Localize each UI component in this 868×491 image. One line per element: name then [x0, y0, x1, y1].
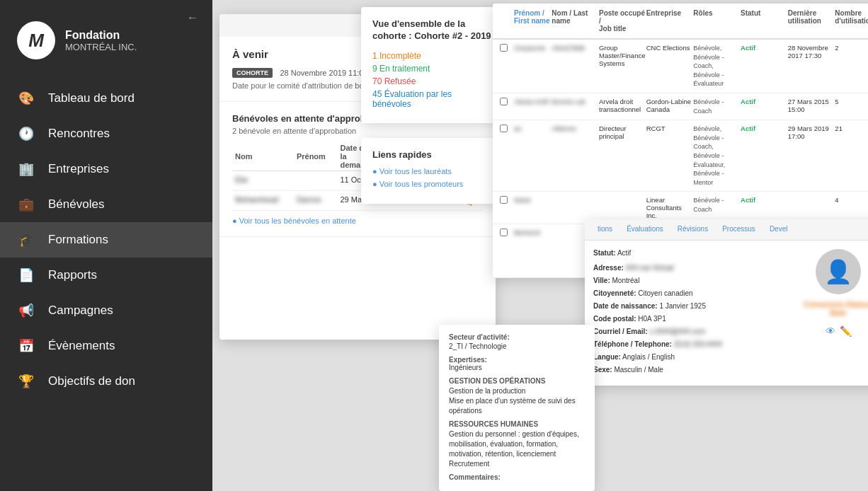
cell-nb: 2	[835, 44, 868, 52]
cell-check[interactable]	[500, 196, 514, 205]
sidebar: ← M Fondation MONTRÉAL INC. 🎨Tableau de …	[0, 0, 212, 491]
col-nom: Nom	[232, 142, 294, 171]
sidebar-item-evenements[interactable]: 📅Évènements	[0, 328, 212, 364]
tab-processus[interactable]: Processus	[715, 219, 763, 240]
cell-nom: Altienne	[552, 125, 599, 132]
stat-incomplete[interactable]: 1 Incomplète	[372, 51, 491, 61]
tab-tions[interactable]: tions	[590, 219, 619, 240]
statut-value: Actif	[617, 249, 631, 257]
col-prenom[interactable]: Prénom /First name	[514, 9, 552, 33]
logo-letter: M	[28, 30, 44, 52]
profile-field: Téléphone / Telephone: (514) 333-####	[593, 339, 787, 350]
expertise-label: Expertises:	[449, 356, 585, 364]
back-button[interactable]: ←	[187, 11, 198, 24]
col-poste: Poste occupé /Job title	[599, 9, 646, 33]
profile-right: 👤 Connexion-Status-Bale 👁 ✏️	[796, 249, 868, 377]
ops-text: Mise en place d'un système de suivi des …	[449, 396, 585, 416]
col-nom[interactable]: Nom / Lastname	[552, 9, 599, 33]
main-content: À venir COHORTE 28 Novembre 2019 11:00 D…	[212, 0, 868, 491]
cell-poste: Arvela droit transactionnel	[599, 98, 646, 113]
logo-line2: MONTRÉAL INC.	[65, 42, 137, 53]
cell-prenom: an	[514, 125, 552, 132]
vue-title: Vue d'ensemble de la cohorte : Cohorte #…	[372, 18, 491, 42]
ops-header: GESTION DES OPÉRATIONS	[449, 377, 585, 385]
rapports-label: Rapports	[48, 268, 97, 282]
cell-roles: Bénévole,Bénévole - Coach,Bénévole - Éva…	[693, 125, 741, 187]
logo-area: M Fondation MONTRÉAL INC.	[0, 0, 212, 81]
cell-poste: Directeur principal	[599, 125, 646, 140]
ops-text: Gestion du personnel : gestion d'équipes…	[449, 429, 585, 459]
cell-prenom: Greyaume	[514, 44, 552, 52]
sidebar-item-rencontres[interactable]: 🕐Rencontres	[0, 116, 212, 151]
table-row: an Altienne Directeur principal RCGT Bén…	[493, 120, 868, 192]
stat-evaluation[interactable]: 45 Évaluation par les bénévoles	[372, 89, 491, 109]
profile-name: Connexion-Status-Bale	[796, 300, 868, 317]
profile-field: Courriel / Email: c.####@###.com	[593, 326, 787, 337]
cell-check[interactable]	[500, 125, 514, 134]
lien-item[interactable]: ● Voir tous les lauréats	[372, 167, 491, 175]
cell-prenom: Alexia-GSR	[514, 98, 552, 105]
ops-header: RESSOURCES HUMAINES	[449, 420, 585, 428]
cell-prenom: Marie	[514, 196, 552, 204]
cell-check[interactable]	[500, 44, 514, 53]
profile-field: Langue: Anglais / English	[593, 352, 787, 362]
sidebar-item-campagnes[interactable]: 📢Campagnes	[0, 293, 212, 328]
stat-en-traitement[interactable]: 9 En traitement	[372, 64, 491, 74]
cell-poste: Group Master/Finance Systems	[599, 44, 646, 67]
objectifs-icon: 🏆	[17, 374, 35, 389]
cell-check[interactable]	[500, 98, 514, 107]
col-statut: Statut	[741, 9, 788, 33]
sidebar-item-entreprises[interactable]: 🏢Entreprises	[0, 151, 212, 187]
profile-body: Statut: Actif Adresse: ###-rue-VictualVi…	[585, 241, 868, 386]
cell-entreprise: Gordon-Labine Canada	[646, 98, 694, 113]
cell-roles: Bénévole -Coach	[693, 98, 741, 115]
lien-item[interactable]: ● Voir tous les promoteurs	[372, 180, 491, 188]
profile-card: tionsÉvaluationsRévisionsProcessusDevel …	[585, 219, 868, 386]
tab-évaluations[interactable]: Évaluations	[619, 219, 670, 240]
cell-check[interactable]	[500, 229, 514, 238]
cell-derniere: 29 Mars 2019 17:00	[788, 125, 835, 140]
stat-refusee[interactable]: 70 Refusée	[372, 76, 491, 86]
rapports-icon: 📄	[17, 267, 35, 283]
sector-card: Secteur d'activité: 2_TI / Technologie E…	[439, 325, 595, 491]
statut-label: Statut:	[593, 249, 616, 257]
sidebar-item-rapports[interactable]: 📄Rapports	[0, 258, 212, 293]
tab-révisions[interactable]: Révisions	[670, 219, 715, 240]
evenements-label: Évènements	[48, 339, 115, 353]
rencontres-icon: 🕐	[17, 126, 35, 141]
tableau-label: Tableau de bord	[48, 91, 135, 105]
profile-field: Code postal: H0A 3P1	[593, 313, 787, 324]
ops-header: Commentaires:	[449, 473, 585, 481]
cell-nom: Mohamhead	[232, 191, 294, 211]
cell-prenom: Bertrend	[514, 229, 552, 236]
profile-tabs: tionsÉvaluationsRévisionsProcessusDevel	[585, 219, 868, 241]
vue-ensemble-card: Vue d'ensemble de la cohorte : Cohorte #…	[361, 7, 503, 123]
col-derniere[interactable]: Dernièreutilisation	[788, 9, 835, 33]
cell-nb: 21	[835, 125, 868, 132]
voir-benevoles-link[interactable]: ● Voir tous les bénévoles en attente	[232, 216, 483, 225]
cell-nb: 5	[835, 98, 868, 105]
ops-text: Recrutement	[449, 459, 585, 469]
cell-statut: Actif	[741, 98, 788, 105]
cell-entreprise: CNC Elections	[646, 44, 694, 52]
secteur-value: 2_TI / Technologie	[449, 342, 585, 350]
logo-text: Fondation MONTRÉAL INC.	[65, 28, 137, 53]
benevoles-label: Bénévoles	[48, 197, 104, 212]
sidebar-item-benevoles[interactable]: 💼Bénévoles	[0, 187, 212, 222]
sidebar-item-formations[interactable]: 🎓Formations	[0, 222, 212, 258]
campagnes-icon: 📢	[17, 303, 35, 318]
cell-statut: Actif	[741, 196, 788, 204]
evenements-icon: 📅	[17, 338, 35, 354]
expertise-value: Ingénieurs	[449, 364, 585, 371]
view-icon[interactable]: 👁	[826, 325, 835, 337]
cell-entreprise: RCGT	[646, 125, 694, 132]
sidebar-item-tableau[interactable]: 🎨Tableau de bord	[0, 81, 212, 116]
tab-devel[interactable]: Devel	[763, 219, 795, 240]
liens-card: Liens rapides ● Voir tous les lauréats● …	[361, 138, 503, 204]
col-entreprise: Entreprise	[646, 9, 694, 33]
campagnes-label: Campagnes	[48, 304, 113, 318]
sidebar-item-objectifs[interactable]: 🏆Objectifs de don	[0, 364, 212, 399]
edit-icon[interactable]: ✏️	[840, 325, 852, 337]
cell-statut: Actif	[741, 125, 788, 132]
table-header: Prénom /First name Nom / Lastname Poste …	[493, 4, 868, 40]
